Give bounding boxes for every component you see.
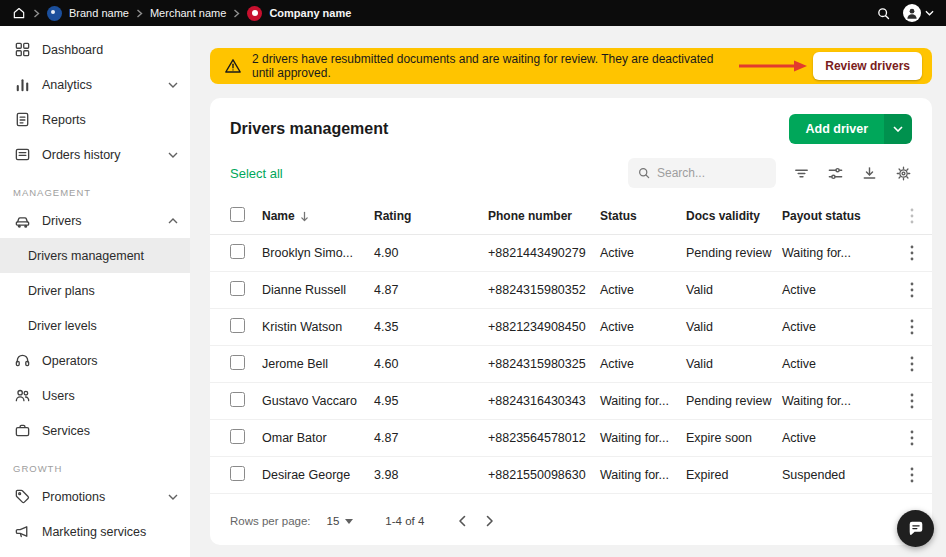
add-driver-button[interactable]: Add driver: [789, 114, 884, 144]
cell-payout: Waiting for...: [776, 235, 892, 272]
gear-icon[interactable]: [895, 165, 912, 182]
main-content: 2 drivers have resubmitted documents and…: [190, 26, 946, 557]
sidebar-item-label: Drivers management: [28, 249, 144, 263]
download-icon[interactable]: [861, 165, 878, 182]
warning-icon: [224, 57, 242, 75]
select-all-link[interactable]: Select all: [230, 166, 283, 181]
row-kebab-icon[interactable]: [898, 393, 926, 409]
row-checkbox[interactable]: [230, 318, 245, 333]
sidebar-item-label: Operators: [42, 354, 98, 368]
add-driver-caret-button[interactable]: [884, 114, 912, 144]
alert-message: 2 drivers have resubmitted documents and…: [252, 52, 727, 80]
search-input[interactable]: [657, 166, 767, 180]
next-page-button[interactable]: [486, 515, 494, 527]
row-checkbox[interactable]: [230, 244, 245, 259]
cell-name: Jerome Bell: [256, 346, 368, 383]
select-all-checkbox[interactable]: [230, 207, 245, 222]
cell-status: Waiting for...: [594, 457, 680, 494]
row-kebab-icon[interactable]: [898, 319, 926, 335]
sidebar-item-drivers[interactable]: Drivers: [0, 203, 190, 238]
row-checkbox[interactable]: [230, 392, 245, 407]
sidebar-item-drivers-management[interactable]: Drivers management: [0, 238, 190, 273]
chevron-down-icon: [168, 494, 178, 500]
sidebar-item-dashboard[interactable]: Dashboard: [0, 32, 190, 67]
search-box: [628, 158, 776, 188]
cell-payout: Active: [776, 346, 892, 383]
tune-icon[interactable]: [827, 165, 844, 182]
column-header-status[interactable]: Status: [594, 198, 680, 235]
sidebar-item-reports[interactable]: Reports: [0, 102, 190, 137]
breadcrumb-separator-icon: [136, 9, 143, 18]
cell-name: Omar Bator: [256, 420, 368, 457]
cell-docs: Expired: [680, 457, 776, 494]
table-row: Desirae George 3.98 +8821550098630 Waiti…: [210, 457, 932, 494]
users-icon: [13, 387, 31, 405]
sidebar-item-services[interactable]: Services: [0, 413, 190, 448]
sidebar-section-management: MANAGEMENT: [0, 172, 190, 203]
rows-per-page-select[interactable]: 15: [327, 515, 354, 527]
home-icon[interactable]: [12, 6, 26, 20]
sidebar-item-driver-plans[interactable]: Driver plans: [0, 273, 190, 308]
sidebar-item-label: Reports: [42, 113, 86, 127]
row-kebab-icon[interactable]: [898, 467, 926, 483]
review-drivers-button[interactable]: Review drivers: [813, 52, 922, 80]
cell-docs: Valid: [680, 346, 776, 383]
filter-icon[interactable]: [793, 165, 810, 182]
row-checkbox[interactable]: [230, 355, 245, 370]
sidebar-item-operators[interactable]: Operators: [0, 343, 190, 378]
avatar: [903, 4, 921, 22]
row-kebab-icon[interactable]: [898, 245, 926, 261]
chevron-up-icon: [168, 218, 178, 224]
row-checkbox[interactable]: [230, 429, 245, 444]
user-menu[interactable]: [903, 4, 934, 22]
cell-payout: Active: [776, 309, 892, 346]
breadcrumb-brand[interactable]: Brand name: [69, 7, 129, 19]
cell-rating: 4.90: [368, 235, 482, 272]
drivers-card: Drivers management Add driver Select all: [210, 98, 932, 545]
cell-status: Active: [594, 235, 680, 272]
chevron-down-icon: [168, 82, 178, 88]
cell-name: Kristin Watson: [256, 309, 368, 346]
sidebar: Dashboard Analytics Reports: [0, 26, 190, 557]
sidebar-item-label: Users: [42, 389, 75, 403]
previous-page-button[interactable]: [458, 515, 466, 527]
drivers-table: Name Rating Phone number Status Docs val…: [210, 198, 932, 494]
cell-phone: +8824316430343: [482, 383, 594, 420]
breadcrumb-merchant[interactable]: Merchant name: [150, 7, 226, 19]
row-checkbox[interactable]: [230, 466, 245, 481]
sidebar-item-marketing-services[interactable]: Marketing services: [0, 514, 190, 549]
cell-phone: +8821550098630: [482, 457, 594, 494]
row-kebab-icon[interactable]: [898, 356, 926, 372]
table-row: Jerome Bell 4.60 +8824315980325 Active V…: [210, 346, 932, 383]
chevron-down-icon: [168, 152, 178, 158]
sidebar-item-driver-levels[interactable]: Driver levels: [0, 308, 190, 343]
analytics-icon: [13, 76, 31, 94]
column-header-phone[interactable]: Phone number: [482, 198, 594, 235]
sidebar-item-label: Dashboard: [42, 43, 103, 57]
search-icon[interactable]: [876, 6, 891, 21]
cell-payout: Active: [776, 420, 892, 457]
cell-rating: 4.87: [368, 272, 482, 309]
table-row: Brooklyn Simo... 4.90 +8821443490279 Act…: [210, 235, 932, 272]
sidebar-item-orders-history[interactable]: Orders history: [0, 137, 190, 172]
cell-status: Active: [594, 346, 680, 383]
sidebar-item-users[interactable]: Users: [0, 378, 190, 413]
column-header-docs[interactable]: Docs validity: [680, 198, 776, 235]
sidebar-item-promotions[interactable]: Promotions: [0, 479, 190, 514]
breadcrumb-company[interactable]: Company name: [269, 7, 351, 19]
dashboard-icon: [13, 41, 31, 59]
cell-payout: Active: [776, 272, 892, 309]
services-icon: [13, 422, 31, 440]
chat-widget-button[interactable]: [897, 510, 934, 547]
column-header-payout[interactable]: Payout status: [776, 198, 892, 235]
table-row: Omar Bator 4.87 +8823564578012 Waiting f…: [210, 420, 932, 457]
cell-phone: +8823564578012: [482, 420, 594, 457]
sidebar-item-analytics[interactable]: Analytics: [0, 67, 190, 102]
row-kebab-icon[interactable]: [898, 430, 926, 446]
row-checkbox[interactable]: [230, 281, 245, 296]
column-header-rating[interactable]: Rating: [368, 198, 482, 235]
row-kebab-icon[interactable]: [898, 282, 926, 298]
column-header-name[interactable]: Name: [256, 198, 368, 235]
pagination-range: 1-4 of 4: [385, 515, 424, 527]
header-kebab-icon[interactable]: [898, 208, 926, 224]
